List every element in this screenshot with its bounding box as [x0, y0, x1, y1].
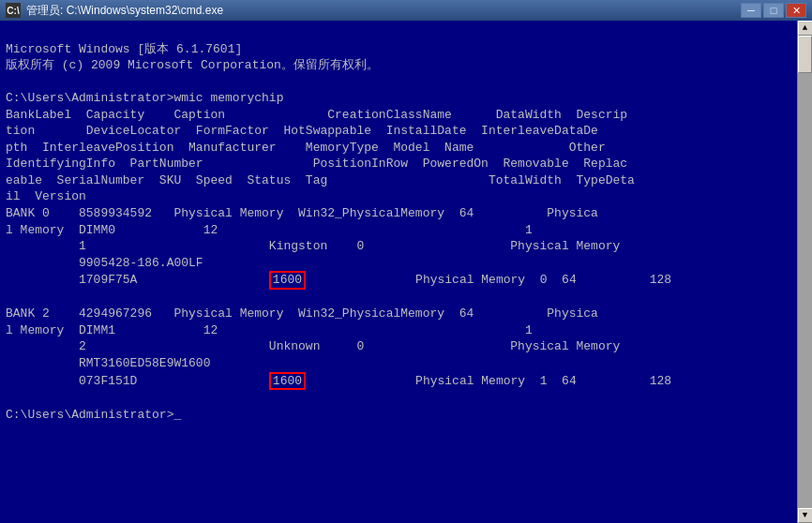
- bank2-line3: 2 Unknown 0 Physical Memory: [6, 338, 791, 355]
- window-title: 管理员: C:\Windows\system32\cmd.exe: [26, 3, 741, 19]
- window-controls: ─ □ ✕: [741, 3, 806, 18]
- minimize-button[interactable]: ─: [741, 3, 761, 18]
- output-line-1: Microsoft Windows [版本 6.1.7601]: [6, 41, 791, 58]
- scrollbar-track[interactable]: [798, 36, 812, 508]
- prompt-line: C:\Users\Administrator>_: [6, 407, 791, 424]
- close-button[interactable]: ✕: [786, 3, 806, 18]
- output-line-4: C:\Users\Administrator>wmic memorychip: [6, 90, 791, 107]
- maximize-button[interactable]: □: [763, 3, 784, 18]
- scroll-up-button[interactable]: ▲: [798, 21, 813, 36]
- bank2-speed-highlight: 1600: [269, 372, 306, 391]
- bank2-line2: l Memory DIMM1 12 1: [6, 322, 791, 339]
- output-line-6: tion DeviceLocator FormFactor HotSwappab…: [6, 123, 791, 140]
- cmd-output: Microsoft Windows [版本 6.1.7601]版权所有 (c) …: [6, 24, 791, 456]
- output-line-9: eable SerialNumber SKU Speed Status Tag …: [6, 172, 791, 189]
- bank0-line5: 1709F75A 1600 Physical Memory 0 64 128: [6, 271, 791, 290]
- output-line-10: il Version: [6, 188, 791, 205]
- cmd-window[interactable]: Microsoft Windows [版本 6.1.7601]版权所有 (c) …: [0, 21, 797, 523]
- output-line-3: [6, 74, 791, 91]
- output-line-5: BankLabel Capacity Caption CreationClass…: [6, 107, 791, 124]
- bank0-line1: BANK 0 8589934592 Physical Memory Win32_…: [6, 205, 791, 222]
- bank1-gap: [6, 290, 791, 306]
- output-line-8: IdentifyingInfo PartNumber PositionInRow…: [6, 156, 791, 172]
- scrollbar[interactable]: ▲ ▼: [797, 21, 812, 523]
- bank0-line3: 1 Kingston 0 Physical Memory: [6, 238, 791, 255]
- scroll-down-button[interactable]: ▼: [798, 508, 813, 523]
- title-bar: C:\ 管理员: C:\Windows\system32\cmd.exe ─ □…: [0, 0, 812, 21]
- main-container: Microsoft Windows [版本 6.1.7601]版权所有 (c) …: [0, 21, 812, 523]
- output-line-2: 版权所有 (c) 2009 Microsoft Corporation。保留所有…: [6, 57, 791, 74]
- output-line-7: pth InterleavePosition Manufacturer Memo…: [6, 140, 791, 157]
- bank0-line2: l Memory DIMM0 12 1: [6, 222, 791, 239]
- bank0-speed-highlight: 1600: [269, 271, 306, 290]
- app-icon: C:\: [6, 3, 21, 18]
- bank2-line4: RMT3160ED58E9W1600: [6, 355, 791, 372]
- empty-line: [6, 390, 791, 407]
- bank2-line5: 073F151D 1600 Physical Memory 1 64 128: [6, 372, 791, 391]
- bank0-line4: 9905428-186.A00LF: [6, 255, 791, 272]
- bank2-line1: BANK 2 4294967296 Physical Memory Win32_…: [6, 306, 791, 322]
- scrollbar-thumb[interactable]: [798, 36, 812, 73]
